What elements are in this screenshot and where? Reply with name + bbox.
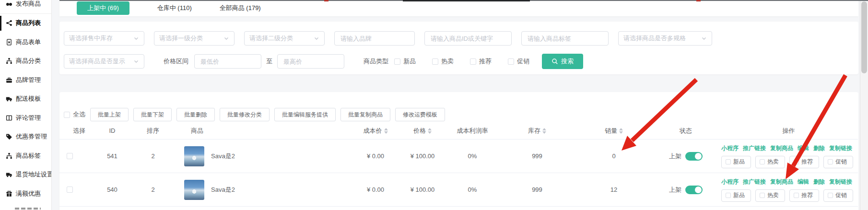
tag-promo-button[interactable]: 促销 (823, 189, 853, 202)
sidebar-item-product-list[interactable]: 商品列表 (0, 14, 51, 33)
batch-edit-category-button[interactable]: 批量修改分类 (220, 108, 270, 121)
checkbox[interactable] (726, 193, 731, 198)
table-row: 540 2 Sava是2 ¥ 0.00 ¥ 100.00 0% 999 12 上… (59, 173, 858, 207)
table-row: 541 2 Sava是2 ¥ 0.00 ¥ 100.00 0% 999 0 上架… (59, 140, 858, 173)
checkbox[interactable] (432, 58, 438, 65)
scrollbar-thumb[interactable] (861, 1, 867, 73)
checkbox[interactable] (794, 193, 799, 198)
page: 发布商品 商品列表 商品表单 商品分类 品牌管理 (0, 0, 868, 210)
select-placeholder: 请选择一级分类 (159, 34, 203, 43)
tag-hot-button[interactable]: 热卖 (755, 189, 785, 202)
checkbox[interactable] (760, 159, 765, 164)
checkbox[interactable] (828, 159, 833, 164)
batch-onshelf-button[interactable]: 批量上架 (90, 108, 129, 121)
sort-caret[interactable] (384, 128, 388, 134)
type-checkbox-recommend[interactable]: 推荐 (470, 57, 492, 66)
tag-promo-button[interactable]: 促销 (823, 156, 853, 168)
checkbox[interactable] (470, 58, 476, 65)
sidebar-item-brand[interactable]: 品牌管理 (0, 70, 51, 90)
edit-link[interactable]: 编辑 (798, 178, 809, 186)
brand-input[interactable] (340, 35, 410, 43)
sidebar-item-product-form[interactable]: 商品表单 (0, 33, 51, 52)
sidebar-item-full-discount[interactable]: 满额优惠 (0, 184, 51, 203)
checkbox[interactable] (508, 58, 514, 65)
tab-all-products[interactable]: 全部商品 (179) (220, 1, 261, 15)
promotion-link[interactable]: 推广链接 (743, 178, 766, 186)
promotion-link[interactable]: 推广链接 (743, 144, 766, 152)
batch-edit-service-button[interactable]: 批量编辑服务提供 (274, 108, 336, 121)
chevron-down-icon (133, 35, 139, 41)
search-button[interactable]: 搜索 (542, 54, 583, 69)
to-label: 至 (266, 57, 272, 66)
vertical-scrollbar[interactable] (860, 0, 868, 210)
status-toggle[interactable] (685, 186, 703, 194)
checkbox[interactable] (726, 159, 731, 164)
copy-product-link[interactable]: 复制商品 (770, 144, 793, 152)
batch-delete-button[interactable]: 批量删除 (176, 108, 215, 121)
tag-recommend-button[interactable]: 推荐 (789, 156, 819, 168)
visible-select[interactable]: 请选择商品是否显示 (64, 54, 144, 69)
checkbox[interactable] (828, 193, 833, 198)
filter-row-1: 请选择售中库存 请选择一级分类 请选择二级分类 请选择商品是否多规格 (64, 31, 712, 46)
row-checkbox[interactable] (67, 153, 73, 159)
delete-link[interactable]: 删除 (813, 178, 825, 186)
checkbox-label: 促销 (517, 57, 529, 66)
select-all-checkbox[interactable]: 全选 (64, 110, 85, 119)
sort-caret[interactable] (619, 128, 623, 134)
max-price-input[interactable] (282, 58, 339, 66)
sidebar-item-comments[interactable]: 评论管理 (0, 108, 51, 128)
type-checkbox-promo[interactable]: 促销 (508, 57, 529, 66)
edit-link[interactable]: 编辑 (798, 144, 809, 152)
product-tag-input[interactable] (527, 35, 603, 43)
checkbox[interactable] (394, 58, 400, 65)
tag-new-button[interactable]: 新品 (721, 156, 751, 168)
top-edge-red-mark (696, 0, 701, 1)
chevron-down-icon (701, 35, 707, 41)
sidebar-item-product-tags[interactable]: 商品标签 (0, 146, 51, 165)
copy-url-link[interactable]: 复制链接 (829, 178, 852, 186)
cell-id: 541 (93, 152, 131, 160)
sidebar-item-label: 满额优惠 (16, 189, 41, 198)
multi-spec-select[interactable]: 请选择商品是否多规格 (618, 31, 712, 46)
sort-caret[interactable] (542, 128, 546, 134)
row-checkbox[interactable] (67, 187, 73, 193)
checkbox[interactable] (64, 112, 70, 118)
batch-copy-product-button[interactable]: 批量复制商品 (340, 108, 390, 121)
min-price-input[interactable] (199, 58, 256, 66)
sidebar-item-coupons[interactable]: 优惠券管理 (0, 128, 51, 147)
copy-url-link[interactable]: 复制链接 (829, 144, 852, 152)
delete-link[interactable]: 删除 (813, 144, 825, 152)
category-level2-select[interactable]: 请选择二级分类 (244, 31, 325, 46)
tab-onsale[interactable]: 上架中 (69) (77, 1, 129, 15)
top-edge-dark-segment (403, 0, 530, 1)
miniprogram-link[interactable]: 小程序 (721, 144, 739, 152)
col-cost: 成本价 (352, 127, 399, 135)
type-checkbox-hot[interactable]: 热卖 (432, 57, 454, 66)
sidebar-item-label: 评论管理 (16, 114, 41, 122)
chevron-down-icon (133, 58, 139, 64)
tag-hot-button[interactable]: 热卖 (755, 156, 785, 168)
category-level1-select[interactable]: 请选择一级分类 (154, 31, 235, 46)
sort-caret[interactable] (428, 128, 432, 134)
miniprogram-link[interactable]: 小程序 (721, 178, 739, 186)
checkbox[interactable] (760, 193, 765, 198)
status-toggle[interactable] (685, 152, 703, 161)
status-label: 上架 (669, 186, 681, 194)
batch-offshelf-button[interactable]: 批量下架 (133, 108, 172, 121)
checkbox[interactable] (794, 159, 799, 164)
sidebar-item-return-address[interactable]: 退货地址设置 (0, 165, 51, 185)
tab-warehouse[interactable]: 仓库中 (110) (157, 1, 192, 15)
tag-recommend-button[interactable]: 推荐 (789, 189, 819, 202)
sidebar-item-publish[interactable]: 发布商品 (0, 0, 51, 14)
copy-product-link[interactable]: 复制商品 (770, 178, 793, 186)
stock-select[interactable]: 请选择售中库存 (64, 31, 144, 46)
sidebar-item-delivery-template[interactable]: 配送模板 (0, 90, 51, 109)
product-list-icon (6, 20, 12, 26)
keyword-input[interactable] (430, 35, 506, 43)
sidebar-item-label: 商品分类 (16, 57, 41, 65)
sidebar-item-product-category[interactable]: 商品分类 (0, 52, 51, 71)
edit-freight-template-button[interactable]: 修改运费模板 (395, 108, 445, 121)
tag-new-button[interactable]: 新品 (721, 189, 751, 202)
status-tabs: 上架中 (69) 仓库中 (110) 全部商品 (179) (59, 0, 858, 16)
type-checkbox-new[interactable]: 新品 (394, 57, 416, 66)
